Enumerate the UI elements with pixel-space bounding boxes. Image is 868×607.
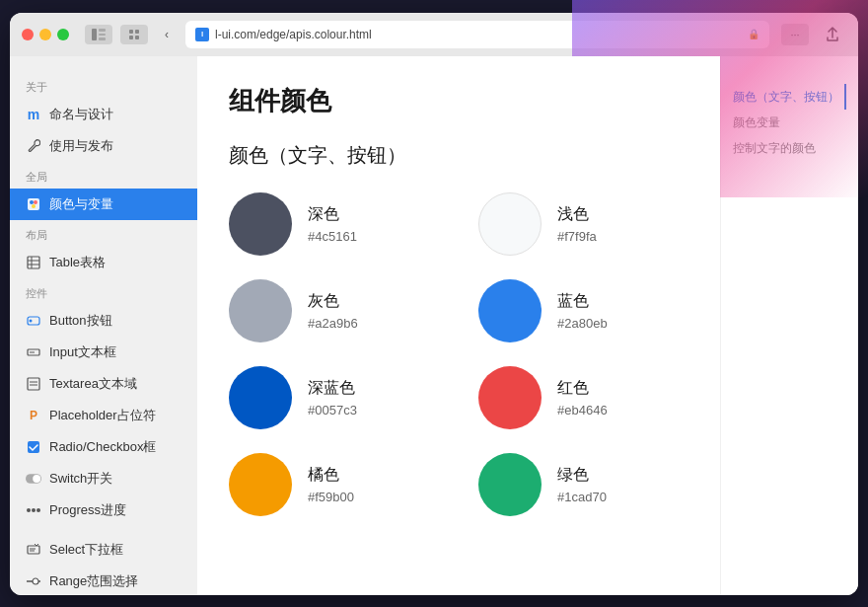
sidebar-section-about: 关于 xyxy=(10,72,197,99)
color-info-orange: 橘色 #f59b00 xyxy=(308,465,354,504)
color-hex-blue: #2a80eb xyxy=(557,316,608,331)
color-info-light: 浅色 #f7f9fa xyxy=(557,204,597,244)
color-vars-icon xyxy=(26,196,41,212)
svg-point-10 xyxy=(34,200,37,204)
color-hex-red: #eb4646 xyxy=(557,403,608,417)
svg-point-27 xyxy=(32,508,36,512)
favicon: l xyxy=(195,28,209,41)
sidebar-item-select[interactable]: Select下拉框 xyxy=(10,534,197,566)
share-button[interactable] xyxy=(819,24,846,45)
sidebar-section-layout: 布局 xyxy=(10,220,197,247)
select-icon xyxy=(26,542,41,558)
color-circle-green xyxy=(478,453,542,516)
placeholder-icon: P xyxy=(26,408,41,423)
sidebar-item-label: Placeholder占位符 xyxy=(49,407,156,424)
color-info-blue: 蓝色 #2a80eb xyxy=(557,291,608,331)
toc-control-text[interactable]: 控制文字的颜色 xyxy=(733,135,846,161)
color-hex-dark: #4c5161 xyxy=(308,229,357,244)
color-hex-orange: #f59b00 xyxy=(308,490,354,504)
button-icon xyxy=(26,313,41,329)
sidebar-item-color-vars[interactable]: 颜色与变量 xyxy=(10,189,197,220)
naming-icon: m xyxy=(26,107,41,122)
svg-rect-12 xyxy=(28,257,39,268)
main-content: 组件颜色 颜色（文字、按钮） 深色 #4c5161 浅色 #f7f9fa 灰色 … xyxy=(197,56,720,595)
range-icon xyxy=(26,573,41,589)
color-name-dark: 深色 xyxy=(308,204,357,225)
table-icon xyxy=(26,255,41,270)
color-name-blue: 蓝色 xyxy=(557,291,608,312)
sidebar-item-range[interactable]: Range范围选择 xyxy=(10,566,197,595)
color-name-orange: 橘色 xyxy=(308,465,354,486)
toc-color-var[interactable]: 颜色变量 xyxy=(733,110,846,135)
sidebar-item-usage[interactable]: 使用与发布 xyxy=(10,130,197,162)
wrench-icon xyxy=(26,138,41,154)
svg-rect-2 xyxy=(99,34,106,36)
sidebar-item-label: Range范围选择 xyxy=(49,572,138,590)
color-name-light: 浅色 xyxy=(557,204,597,225)
svg-point-28 xyxy=(36,508,40,512)
titlebar: ‹ l l-ui.com/edge/apis.colour.html 🔒 ··· xyxy=(10,13,858,56)
color-circle-dark xyxy=(229,192,292,256)
sidebar-item-label: Switch开关 xyxy=(49,470,112,488)
color-item-dark: 深色 #4c5161 xyxy=(229,192,439,256)
svg-rect-0 xyxy=(92,29,97,40)
svg-rect-4 xyxy=(129,30,133,34)
color-circle-blue xyxy=(478,279,542,342)
sidebar-item-label: Table表格 xyxy=(49,254,106,271)
color-name-red: 红色 xyxy=(557,378,608,399)
browser-window: ‹ l l-ui.com/edge/apis.colour.html 🔒 ···… xyxy=(10,13,858,595)
main-layout: 关于 m 命名与设计 使用与发布 全局 xyxy=(10,56,858,595)
color-info-red: 红色 #eb4646 xyxy=(557,378,608,417)
svg-point-25 xyxy=(33,475,40,483)
sidebar-item-table[interactable]: Table表格 xyxy=(10,247,197,278)
toc-color-btn[interactable]: 颜色（文字、按钮） xyxy=(733,84,846,110)
progress-icon xyxy=(26,502,41,518)
sidebar-item-label: Progress进度 xyxy=(49,501,126,519)
sidebar-item-radio[interactable]: Radio/Checkbox框 xyxy=(10,431,197,463)
color-hex-light: #f7f9fa xyxy=(557,229,597,244)
more-button[interactable]: ··· xyxy=(781,24,809,45)
sidebar-item-label: Textarea文本域 xyxy=(49,375,137,393)
sidebar-item-naming[interactable]: m 命名与设计 xyxy=(10,99,197,130)
minimize-button[interactable] xyxy=(39,29,51,40)
sidebar-item-switch[interactable]: Switch开关 xyxy=(10,463,197,494)
close-button[interactable] xyxy=(22,29,34,40)
sidebar-section-controls: 控件 xyxy=(10,278,197,305)
input-icon xyxy=(26,344,41,360)
color-hex-dark-blue: #0057c3 xyxy=(308,403,357,417)
view-toggle-button[interactable] xyxy=(120,25,148,44)
sidebar-item-label: 命名与设计 xyxy=(49,106,113,123)
sidebar-item-button[interactable]: Button按钮 xyxy=(10,305,197,337)
svg-rect-3 xyxy=(99,38,106,40)
table-of-contents: 颜色（文字、按钮）颜色变量控制文字的颜色 xyxy=(720,56,858,595)
color-hex-gray: #a2a9b6 xyxy=(308,316,358,331)
sidebar-item-label: Radio/Checkbox框 xyxy=(49,438,156,456)
sidebar-item-textarea[interactable]: Textarea文本域 xyxy=(10,368,197,400)
color-name-green: 绿色 xyxy=(557,465,607,486)
section-title: 颜色（文字、按钮） xyxy=(229,142,688,169)
color-name-dark-blue: 深蓝色 xyxy=(308,378,357,399)
color-item-light: 浅色 #f7f9fa xyxy=(478,192,688,256)
sidebar-toggle-button[interactable] xyxy=(85,25,112,44)
sidebar-item-input[interactable]: Input文本框 xyxy=(10,337,197,368)
sidebar-item-label: Input文本框 xyxy=(49,343,116,361)
svg-rect-5 xyxy=(135,30,139,34)
svg-rect-20 xyxy=(28,378,39,390)
color-name-gray: 灰色 xyxy=(308,291,358,312)
color-circle-orange xyxy=(229,453,292,516)
svg-rect-29 xyxy=(28,546,39,554)
page-title: 组件颜色 xyxy=(229,84,688,118)
svg-rect-1 xyxy=(99,29,106,32)
traffic-lights xyxy=(22,29,69,40)
address-bar[interactable]: l l-ui.com/edge/apis.colour.html 🔒 xyxy=(185,21,769,48)
back-button[interactable]: ‹ xyxy=(156,24,178,45)
url-text: l-ui.com/edge/apis.colour.html xyxy=(215,28,742,41)
sidebar-item-placeholder[interactable]: P Placeholder占位符 xyxy=(10,400,197,431)
checkbox-icon xyxy=(26,439,41,455)
color-info-dark: 深色 #4c5161 xyxy=(308,204,357,244)
sidebar-section-global: 全局 xyxy=(10,162,197,189)
color-info-dark-blue: 深蓝色 #0057c3 xyxy=(308,378,357,417)
svg-rect-6 xyxy=(129,36,133,39)
maximize-button[interactable] xyxy=(57,29,69,40)
sidebar-item-progress[interactable]: Progress进度 xyxy=(10,494,197,526)
